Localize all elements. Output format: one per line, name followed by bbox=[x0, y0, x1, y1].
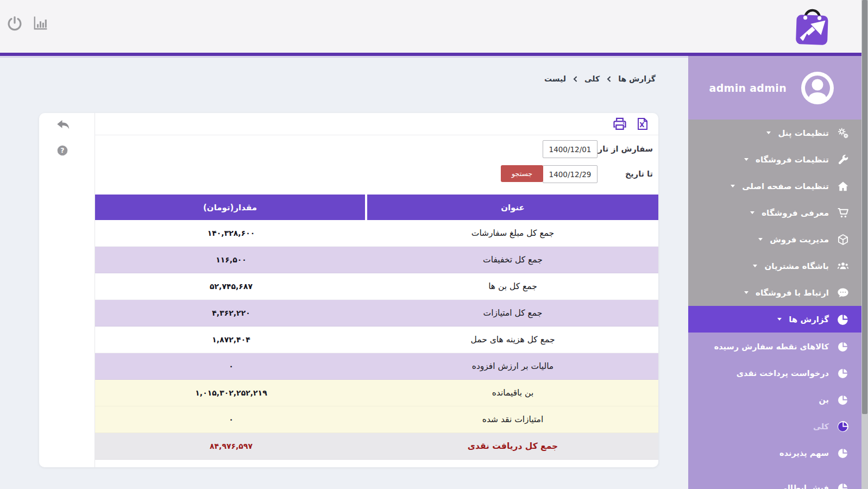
breadcrumb-item[interactable]: کلی bbox=[584, 74, 600, 83]
menu-icon bbox=[836, 207, 850, 219]
sidebar-menu-item[interactable]: تنظیمات پنل bbox=[688, 120, 861, 146]
submenu-label: بن bbox=[819, 396, 829, 404]
back-icon[interactable] bbox=[54, 117, 72, 136]
caret-down-icon bbox=[758, 238, 763, 241]
submenu-label: کلی bbox=[813, 422, 829, 431]
menu-label: مدیریت فروش bbox=[770, 235, 829, 244]
sidebar-submenu-item[interactable]: سهم پذیرنده bbox=[688, 440, 861, 466]
chevron-left-icon bbox=[607, 76, 611, 82]
sidebar-menu-item[interactable]: تنظیمات صفحه اصلی bbox=[688, 173, 861, 199]
amount-cell: ۰ bbox=[95, 353, 367, 379]
menu-label: تنظیمات فروشگاه bbox=[756, 155, 829, 165]
report-table: مقدار(تومان) عنوان ۱۴۰,۳۲۸,۶۰۰ جمع کل مب… bbox=[95, 195, 658, 460]
table-row: ۱۴۰,۳۲۸,۶۰۰ جمع کل مبلغ سفارشات bbox=[95, 220, 658, 247]
sidebar-submenu-item[interactable]: کالاهای نقطه سفارش رسیده bbox=[688, 333, 861, 360]
from-date-label: سفارش از تاریخ bbox=[589, 145, 653, 153]
table-row: ۸۴,۹۷۶,۵۹۷ جمع کل دریافت نقدی bbox=[95, 433, 658, 460]
avatar bbox=[801, 71, 834, 105]
amount-cell: ۱,۸۷۲,۴۰۴ bbox=[95, 327, 367, 353]
help-icon[interactable] bbox=[56, 144, 69, 159]
amount-cell: ۵۲,۷۴۵,۶۸۷ bbox=[95, 273, 367, 299]
sidebar-submenu-item[interactable]: بن bbox=[688, 386, 861, 413]
sidebar-menu-item[interactable]: ارتباط با فروشگاه bbox=[688, 279, 861, 306]
title-cell: جمع کل تخفیفات bbox=[367, 247, 658, 273]
sidebar-submenu-item[interactable]: کلی bbox=[688, 413, 861, 440]
pie-icon bbox=[838, 421, 848, 432]
title-cell: مالیات بر ارزش افزوده bbox=[367, 353, 658, 379]
sidebar-menu-item[interactable]: گزارش ها bbox=[688, 306, 861, 333]
from-date-input[interactable] bbox=[543, 140, 597, 158]
report-table-body: ۱۴۰,۳۲۸,۶۰۰ جمع کل مبلغ سفارشات ۱۱۶,۵۰۰ … bbox=[95, 220, 658, 460]
sidebar-submenu-item[interactable]: درخواست پرداخت نقدی bbox=[688, 360, 861, 386]
search-button[interactable]: جستجو bbox=[501, 165, 543, 182]
sidebar-menu: تنظیمات پنل تنظیمات فروشگاه تنظیمات صفحه… bbox=[688, 120, 861, 333]
caret-down-icon bbox=[744, 291, 749, 294]
report-card: سفارش از تاریخ تا تاریخ جستجو مقدار(توما… bbox=[39, 113, 658, 467]
submenu-label: سهم پذیرنده bbox=[779, 449, 829, 457]
admin-page: { "colors": { "accent_purple": "#5c33ad"… bbox=[0, 0, 868, 489]
caret-down-icon bbox=[753, 265, 757, 267]
amount-cell: ۱۱۶,۵۰۰ bbox=[95, 247, 367, 273]
menu-icon bbox=[836, 127, 850, 139]
title-cell: بن باقیمانده bbox=[367, 380, 658, 406]
breadcrumb-item[interactable]: گزارش ها bbox=[618, 74, 656, 83]
excel-icon[interactable] bbox=[636, 116, 650, 134]
print-icon[interactable] bbox=[612, 116, 627, 134]
table-row: ۱,۰۱۵,۳۰۲,۲۵۲,۲۱۹ بن باقیمانده bbox=[95, 380, 658, 406]
chevron-left-icon bbox=[573, 76, 577, 82]
amount-header: مقدار(تومان) bbox=[95, 195, 365, 220]
submenu-label: درخواست پرداخت نقدی bbox=[737, 369, 829, 378]
to-date-input[interactable] bbox=[543, 165, 597, 183]
scrollbar-thumb[interactable] bbox=[862, 0, 867, 414]
table-row: ۴,۳۶۲,۲۲۰ جمع کل امتیازات bbox=[95, 300, 658, 327]
menu-label: گزارش ها bbox=[789, 315, 829, 324]
menu-icon bbox=[836, 287, 850, 299]
table-row: ۱۱۶,۵۰۰ جمع کل تخفیفات bbox=[95, 247, 658, 273]
table-row: ۰ مالیات بر ارزش افزوده bbox=[95, 353, 658, 380]
title-header: عنوان bbox=[367, 195, 658, 220]
title-cell: جمع کل دریافت نقدی bbox=[367, 433, 658, 459]
table-row: ۰ امتیازات نقد شده bbox=[95, 406, 658, 433]
menu-icon bbox=[836, 180, 850, 192]
pie-icon bbox=[838, 394, 848, 405]
menu-label: باشگاه مشتریان bbox=[764, 261, 829, 271]
amount-cell: ۸۴,۹۷۶,۵۹۷ bbox=[95, 433, 367, 459]
pie-icon bbox=[838, 341, 848, 352]
amount-cell: ۰ bbox=[95, 406, 367, 432]
sidebar-submenu-item[interactable]: فیش ابطالی bbox=[688, 474, 861, 489]
shopping-bag-logo bbox=[794, 3, 830, 51]
power-icon[interactable] bbox=[7, 15, 23, 34]
submenu-label: کالاهای نقطه سفارش رسیده bbox=[714, 342, 829, 351]
table-header: مقدار(تومان) عنوان bbox=[95, 195, 658, 220]
bar-chart-icon[interactable] bbox=[32, 15, 49, 34]
card-toolbar bbox=[95, 113, 658, 135]
sidebar: admin admin تنظیمات پنل تنظیمات فروشگاه … bbox=[688, 56, 861, 489]
title-cell: جمع کل بن ها bbox=[367, 273, 658, 299]
caret-down-icon bbox=[744, 158, 749, 161]
sidebar-menu-item[interactable]: معرفی فروشگاه bbox=[688, 199, 861, 226]
sidebar-user-panel: admin admin bbox=[688, 56, 861, 120]
page-scrollbar[interactable] bbox=[861, 0, 868, 489]
amount-cell: ۱۴۰,۳۲۸,۶۰۰ bbox=[95, 220, 367, 246]
sidebar-menu-item[interactable]: باشگاه مشتریان bbox=[688, 253, 861, 279]
menu-icon bbox=[836, 234, 850, 246]
title-cell: امتیازات نقد شده bbox=[367, 406, 658, 432]
title-cell: جمع کل مبلغ سفارشات bbox=[367, 220, 658, 246]
menu-icon bbox=[836, 260, 850, 272]
to-date-label: تا تاریخ bbox=[625, 170, 653, 178]
amount-cell: ۱,۰۱۵,۳۰۲,۲۵۲,۲۱۹ bbox=[95, 380, 367, 406]
breadcrumb-item[interactable]: لیست bbox=[544, 74, 566, 83]
sidebar-menu-item[interactable]: تنظیمات فروشگاه bbox=[688, 146, 861, 173]
menu-label: تنظیمات پنل bbox=[778, 128, 829, 138]
menu-label: تنظیمات صفحه اصلی bbox=[742, 181, 829, 191]
table-row: ۵۲,۷۴۵,۶۸۷ جمع کل بن ها bbox=[95, 273, 658, 300]
sidebar-menu-item[interactable]: مدیریت فروش bbox=[688, 226, 861, 253]
menu-icon bbox=[836, 154, 850, 166]
submenu-label: فیش ابطالی bbox=[779, 484, 829, 489]
menu-icon bbox=[836, 314, 850, 325]
breadcrumb: گزارش هاکلیلیست bbox=[0, 74, 656, 83]
pie-icon bbox=[838, 482, 848, 489]
amount-cell: ۴,۳۶۲,۲۲۰ bbox=[95, 300, 367, 326]
caret-down-icon bbox=[731, 185, 735, 187]
card-side-strip bbox=[39, 113, 95, 467]
